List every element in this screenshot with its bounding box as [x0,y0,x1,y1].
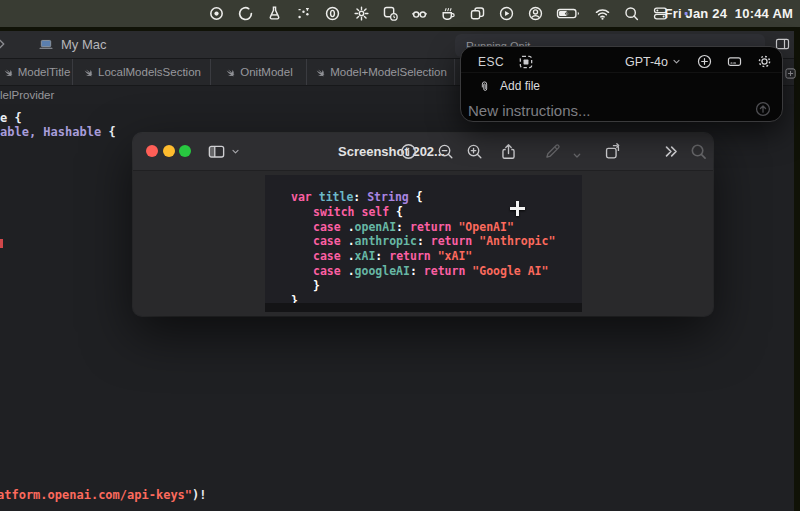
tab-ModelTitle[interactable]: ModelTitle [0,59,73,85]
flask-icon[interactable] [266,5,283,22]
submit-arrow-icon[interactable] [754,100,772,118]
code-token: : [353,190,367,204]
code-token: . [348,234,355,248]
play-circle-icon[interactable] [498,5,515,22]
user-circle-icon[interactable] [527,5,544,22]
mouse-crosshair-cursor [510,201,525,216]
laptop-icon [36,37,56,52]
new-chat-icon[interactable] [696,53,713,70]
code-token: case [313,264,348,278]
code-token: "OpenAI" [458,220,513,234]
tab-label: OnitModel [240,66,292,78]
toolbar-overflow-icon[interactable] [661,142,680,161]
tab-OnitModel[interactable]: OnitModel [211,59,307,85]
code-line: case .xAI: return "xAI" [291,249,555,264]
preview-toolbar-icons [133,133,713,170]
onit-header: ESC GPT-4o [461,47,782,73]
coffee-icon[interactable] [440,5,457,22]
editor-code-line: atform.openai.com/api-keys")! [0,488,207,502]
code-token: xAI [355,249,376,263]
menu-bar: Fri Jan 24 10:44 AM [0,0,800,27]
markup-options-icon[interactable] [571,146,583,165]
code-line: case .googleAI: return "Google AI" [291,264,555,279]
code-token: : [410,264,424,278]
screenshot-capture-icon[interactable] [518,54,534,70]
add-file-button[interactable]: Add file [478,79,540,93]
swift-file-icon [224,67,235,78]
flower-icon[interactable] [353,5,370,22]
battery-charging-icon[interactable] [556,4,582,23]
code-token: "Anthropic" [479,234,555,248]
record-icon[interactable] [208,5,225,22]
rotate-icon[interactable] [603,142,622,161]
timer-app-icon[interactable] [382,5,399,22]
code-token: return [389,249,437,263]
code-token: case [313,220,348,234]
editor-code-line: able, Hashable { [0,125,116,139]
code-token: } [313,279,320,293]
instructions-input[interactable] [466,99,750,121]
zoom-out-icon[interactable] [436,142,455,161]
code-token: : [375,249,389,263]
code-line: } [291,279,555,294]
search-icon[interactable] [689,142,708,161]
settings-icon[interactable] [756,53,773,70]
screenshot-bottom-strip [265,303,582,312]
code-token: able, Hashable [0,125,101,139]
code-token: . [348,249,355,263]
code-token: . [348,264,355,278]
onit-panel: ESC GPT-4o Add file [460,46,783,122]
menu-bar-status-icons [208,0,691,27]
share-icon[interactable] [499,142,518,161]
code-token: { [101,125,115,139]
code-token: . [348,220,355,234]
swift-file-icon [314,67,325,78]
tab-LocalModelsSection[interactable]: LocalModelsSection [73,59,211,85]
glasses-icon[interactable] [411,5,428,22]
model-selector-label: GPT-4o [625,55,668,69]
search-icon[interactable] [623,5,640,22]
windows-icon[interactable] [469,5,486,22]
code-token: : [417,234,431,248]
code-token: { [409,190,423,204]
code-line: case .anthropic: return "Anthropic" [291,234,555,249]
preview-window: Screenshot 202... var title: String {swi… [133,133,713,316]
tab-label: LocalModelsSection [98,66,201,78]
tab-label: ModelTitle [18,66,71,78]
code-token: switch [313,205,361,219]
swift-file-icon [2,67,13,78]
code-token: anthropic [355,234,417,248]
code-line: case .openAI: return "OpenAI" [291,220,555,235]
menu-bar-clock[interactable]: Fri Jan 24 10:44 AM [664,0,793,27]
code-token: title [319,190,354,204]
back-chevron-icon[interactable] [0,37,9,51]
clipped-string-fragment [0,239,3,248]
zoom-in-icon[interactable] [465,142,484,161]
preview-title-bar: Screenshot 202... [133,133,713,171]
wifi-icon[interactable] [594,5,611,22]
zero-badge-icon[interactable] [324,5,341,22]
info-icon[interactable] [399,142,418,161]
breadcrumb[interactable]: lelProvider [0,89,54,101]
swift-file-icon [82,67,93,78]
esc-button[interactable]: ESC [478,55,504,69]
metrics-icon[interactable] [295,5,312,22]
code-token: return [431,234,479,248]
previewed-screenshot-image: var title: String {switch self {case .op… [265,175,582,312]
tab-Model+ModelSelection[interactable]: Model+ModelSelection [307,59,455,85]
add-tab-icon[interactable] [784,67,797,80]
paperclip-icon [478,80,491,93]
markup-icon[interactable] [543,142,562,161]
tab-label: Model+ModelSelection [330,66,447,78]
run-destination[interactable]: My Mac [61,37,107,52]
onit-action-icons [696,53,773,70]
code-token: atform.openai.com/api-keys" [0,488,192,502]
code-token: "xAI" [438,249,473,263]
code-token: return [410,220,458,234]
code-token: )! [192,488,206,502]
loop-icon[interactable] [237,5,254,22]
code-token: openAI [355,220,397,234]
model-selector[interactable]: GPT-4o [625,55,682,69]
code-token: { [389,205,403,219]
history-icon[interactable] [726,53,743,70]
